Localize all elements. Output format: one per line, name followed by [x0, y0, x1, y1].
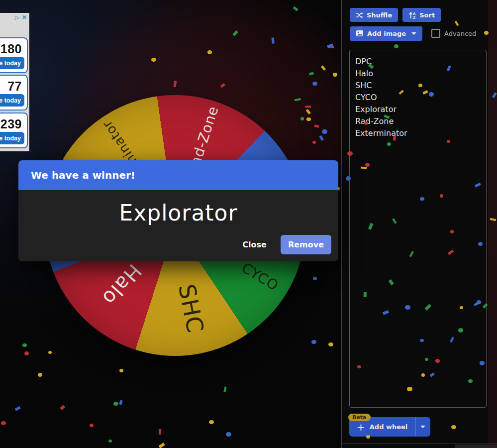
sort-button[interactable]: A Z Sort [402, 8, 441, 22]
entry-item[interactable]: SHC [355, 80, 481, 92]
confetti-piece [151, 58, 156, 62]
shuffle-button-label: Shuffle [367, 11, 392, 19]
ad-card-button[interactable]: ve today [0, 132, 24, 144]
wheel-label-halo: Halo [98, 260, 146, 310]
right-panel: Shuffle A Z Sort [342, 0, 488, 448]
confetti-piece [60, 405, 65, 410]
confetti-piece [232, 30, 238, 36]
ad-card-value: 239 [0, 117, 22, 131]
winner-dialog-body: Explorator Close Remove [18, 190, 338, 261]
confetti-piece [207, 50, 212, 54]
ad-icons: ▷ ✕ [15, 14, 27, 20]
confetti-piece [14, 406, 20, 411]
confetti-piece [311, 340, 316, 344]
ad-close-icon[interactable]: ✕ [22, 14, 27, 20]
confetti-piece [220, 83, 225, 88]
confetti-piece [118, 400, 122, 405]
wheel-label-shc: SHC [173, 282, 209, 335]
confetti-piece [90, 424, 94, 427]
toolbar-row-1: Shuffle A Z Sort [350, 8, 441, 22]
confetti-piece [313, 277, 317, 280]
confetti-piece [322, 129, 327, 134]
confetti-piece [1, 421, 6, 425]
winner-dialog-title: We have a winner! [31, 169, 135, 181]
confetti-piece [328, 46, 334, 48]
confetti-piece [295, 98, 301, 102]
add-wheel-label: Add wheel [370, 423, 408, 431]
confetti-piece [314, 124, 319, 127]
ad-card-value: 77 [7, 79, 22, 94]
svg-text:Z: Z [413, 15, 415, 18]
entry-item[interactable]: Rad-Zone [355, 115, 481, 127]
shuffle-icon [356, 11, 363, 19]
confetti-piece [306, 109, 311, 114]
confetti-piece [159, 429, 161, 434]
toolbar-row-2: Add image Advanced [350, 26, 476, 41]
confetti-piece [306, 117, 311, 121]
confetti-piece [312, 141, 316, 144]
beta-badge: Beta [348, 414, 371, 421]
winner-dialog-actions: Close Remove [18, 235, 338, 261]
entries-list[interactable]: DPCHaloSHCCYCOExploratorRad-ZoneExtermin… [349, 50, 487, 408]
winner-dialog: We have a winner! Explorator Close Remov… [18, 160, 338, 261]
adchoices-icon[interactable]: ▷ [15, 14, 19, 20]
wheel-of-names-page: Rad-ZoneExploratorCYCOSHCHaloDPCExtermin… [0, 0, 497, 448]
confetti-piece [309, 72, 314, 75]
confetti-piece [226, 432, 231, 437]
confetti-piece [48, 351, 52, 354]
image-icon [356, 29, 364, 37]
confetti-piece [328, 342, 333, 346]
confetti-piece [113, 402, 118, 406]
advanced-checkbox[interactable] [431, 29, 440, 38]
confetti-piece [272, 38, 275, 44]
sort-icon: A Z [408, 11, 416, 19]
wheel-label-cyco: CYCO [239, 259, 282, 294]
confetti-piece [119, 369, 124, 372]
sort-button-label: Sort [419, 11, 435, 19]
add-wheel-dropdown[interactable] [415, 417, 430, 437]
ad-panel: ▷ ✕ 180ve today77ve today239ve today [0, 13, 29, 151]
confetti-piece [327, 43, 333, 48]
confetti-piece [209, 420, 214, 425]
confetti-piece [321, 66, 326, 71]
advanced-option: Advanced [431, 29, 476, 38]
winner-dialog-header: We have a winner! [18, 160, 338, 190]
confetti-piece [300, 117, 304, 120]
add-image-button-label: Add image [367, 30, 406, 37]
confetti-piece [22, 343, 27, 347]
entry-item[interactable]: Explorator [355, 104, 481, 115]
confetti-piece [312, 82, 317, 86]
chevron-down-icon [420, 426, 425, 428]
ad-card-button[interactable]: ve today [0, 57, 24, 69]
page-edge-strip [488, 0, 497, 448]
ad-card-value: 180 [0, 42, 22, 56]
winner-name: Explorator [18, 190, 338, 235]
ad-card: 180ve today [0, 37, 28, 73]
remove-button[interactable]: Remove [281, 235, 331, 254]
panel-divider [341, 0, 342, 448]
entry-item[interactable]: DPC [355, 56, 481, 68]
confetti-piece [108, 440, 112, 443]
confetti-piece [293, 6, 298, 11]
ad-card: 239ve today [0, 112, 28, 148]
chevron-down-icon [411, 32, 416, 35]
confetti-piece [319, 135, 324, 141]
confetti-piece [305, 106, 311, 108]
entry-item[interactable]: Halo [355, 68, 481, 80]
confetti-piece [158, 443, 165, 448]
confetti-piece [333, 73, 337, 76]
advanced-label: Advanced [444, 30, 476, 37]
entry-item[interactable]: CYCO [355, 92, 481, 104]
confetti-piece [24, 351, 29, 355]
ad-card-button[interactable]: ve today [0, 94, 24, 107]
confetti-piece [223, 386, 226, 392]
add-image-button[interactable]: Add image [350, 26, 422, 41]
panel-footer-divider [342, 444, 497, 444]
entry-item[interactable]: Exterminator [355, 127, 481, 139]
shuffle-button[interactable]: Shuffle [350, 8, 398, 22]
confetti-piece [173, 81, 177, 87]
close-button[interactable]: Close [239, 239, 270, 250]
ad-card: 77ve today [0, 75, 28, 111]
confetti-piece [38, 373, 42, 377]
plus-icon: + [357, 422, 365, 432]
